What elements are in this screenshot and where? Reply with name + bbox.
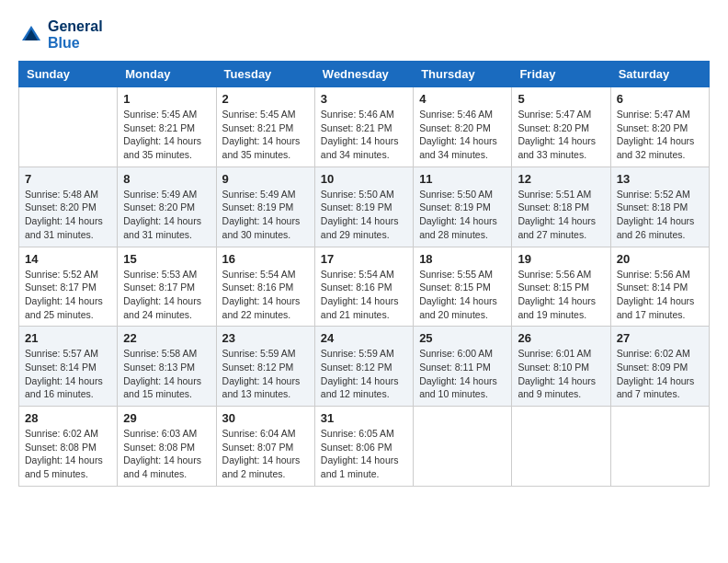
calendar-cell: 28Sunrise: 6:02 AM Sunset: 8:08 PM Dayli…: [19, 407, 118, 487]
weekday-header-thursday: Thursday: [414, 62, 512, 87]
day-number: 16: [222, 252, 309, 266]
day-number: 15: [123, 252, 210, 266]
calendar-cell: [610, 407, 709, 487]
day-number: 14: [25, 252, 111, 266]
day-info: Sunrise: 5:59 AM Sunset: 8:12 PM Dayligh…: [222, 347, 309, 401]
day-number: 1: [123, 92, 210, 106]
calendar-cell: 24Sunrise: 5:59 AM Sunset: 8:12 PM Dayli…: [314, 327, 413, 407]
day-info: Sunrise: 5:59 AM Sunset: 8:12 PM Dayligh…: [321, 347, 407, 401]
calendar-cell: 6Sunrise: 5:47 AM Sunset: 8:20 PM Daylig…: [610, 87, 709, 167]
day-number: 17: [321, 252, 407, 266]
day-number: 23: [222, 331, 309, 345]
day-info: Sunrise: 6:02 AM Sunset: 8:08 PM Dayligh…: [25, 427, 111, 481]
day-info: Sunrise: 5:52 AM Sunset: 8:18 PM Dayligh…: [617, 188, 703, 242]
calendar-cell: 14Sunrise: 5:52 AM Sunset: 8:17 PM Dayli…: [19, 247, 118, 327]
day-number: 10: [321, 172, 407, 186]
day-info: Sunrise: 5:56 AM Sunset: 8:15 PM Dayligh…: [518, 268, 604, 322]
calendar-cell: 7Sunrise: 5:48 AM Sunset: 8:20 PM Daylig…: [19, 167, 118, 247]
day-number: 6: [617, 92, 703, 106]
day-number: 18: [419, 252, 506, 266]
day-info: Sunrise: 5:53 AM Sunset: 8:17 PM Dayligh…: [123, 268, 210, 322]
calendar-cell: 22Sunrise: 5:58 AM Sunset: 8:13 PM Dayli…: [118, 327, 216, 407]
day-info: Sunrise: 6:03 AM Sunset: 8:08 PM Dayligh…: [123, 427, 210, 481]
day-number: 29: [123, 411, 210, 425]
calendar-cell: 11Sunrise: 5:50 AM Sunset: 8:19 PM Dayli…: [414, 167, 512, 247]
day-number: 27: [617, 331, 703, 345]
calendar-cell: 16Sunrise: 5:54 AM Sunset: 8:16 PM Dayli…: [216, 247, 314, 327]
day-info: Sunrise: 5:48 AM Sunset: 8:20 PM Dayligh…: [25, 188, 111, 242]
day-info: Sunrise: 5:50 AM Sunset: 8:19 PM Dayligh…: [321, 188, 407, 242]
day-number: 31: [321, 411, 407, 425]
day-info: Sunrise: 5:46 AM Sunset: 8:20 PM Dayligh…: [419, 108, 506, 162]
day-number: 2: [222, 92, 309, 106]
calendar-week-row: 14Sunrise: 5:52 AM Sunset: 8:17 PM Dayli…: [19, 247, 710, 327]
day-info: Sunrise: 5:49 AM Sunset: 8:20 PM Dayligh…: [123, 188, 210, 242]
day-number: 28: [25, 411, 111, 425]
weekday-header-saturday: Saturday: [610, 62, 709, 87]
day-info: Sunrise: 5:52 AM Sunset: 8:17 PM Dayligh…: [25, 268, 111, 322]
calendar-cell: 4Sunrise: 5:46 AM Sunset: 8:20 PM Daylig…: [414, 87, 512, 167]
day-number: 25: [419, 331, 506, 345]
day-info: Sunrise: 6:04 AM Sunset: 8:07 PM Dayligh…: [222, 427, 309, 481]
day-info: Sunrise: 5:58 AM Sunset: 8:13 PM Dayligh…: [123, 347, 210, 401]
day-info: Sunrise: 5:47 AM Sunset: 8:20 PM Dayligh…: [518, 108, 604, 162]
day-info: Sunrise: 6:05 AM Sunset: 8:06 PM Dayligh…: [321, 427, 407, 481]
day-info: Sunrise: 5:47 AM Sunset: 8:20 PM Dayligh…: [617, 108, 703, 162]
calendar-cell: [19, 87, 118, 167]
calendar-cell: 9Sunrise: 5:49 AM Sunset: 8:19 PM Daylig…: [216, 167, 314, 247]
day-number: 22: [123, 331, 210, 345]
day-number: 13: [617, 172, 703, 186]
calendar-cell: [512, 407, 610, 487]
calendar-cell: 12Sunrise: 5:51 AM Sunset: 8:18 PM Dayli…: [512, 167, 610, 247]
calendar-cell: 1Sunrise: 5:45 AM Sunset: 8:21 PM Daylig…: [118, 87, 216, 167]
calendar-cell: 5Sunrise: 5:47 AM Sunset: 8:20 PM Daylig…: [512, 87, 610, 167]
day-info: Sunrise: 5:55 AM Sunset: 8:15 PM Dayligh…: [419, 268, 506, 322]
calendar-cell: 13Sunrise: 5:52 AM Sunset: 8:18 PM Dayli…: [610, 167, 709, 247]
day-number: 26: [518, 331, 604, 345]
day-info: Sunrise: 6:01 AM Sunset: 8:10 PM Dayligh…: [518, 347, 604, 401]
logo-text: General Blue: [48, 18, 103, 52]
weekday-header-friday: Friday: [512, 62, 610, 87]
day-info: Sunrise: 5:54 AM Sunset: 8:16 PM Dayligh…: [222, 268, 309, 322]
calendar-table: SundayMondayTuesdayWednesdayThursdayFrid…: [18, 61, 710, 487]
day-number: 9: [222, 172, 309, 186]
day-info: Sunrise: 5:46 AM Sunset: 8:21 PM Dayligh…: [321, 108, 407, 162]
day-info: Sunrise: 5:51 AM Sunset: 8:18 PM Dayligh…: [518, 188, 604, 242]
calendar-week-row: 21Sunrise: 5:57 AM Sunset: 8:14 PM Dayli…: [19, 327, 710, 407]
weekday-header-wednesday: Wednesday: [314, 62, 413, 87]
calendar-cell: [414, 407, 512, 487]
day-info: Sunrise: 6:00 AM Sunset: 8:11 PM Dayligh…: [419, 347, 506, 401]
weekday-header-tuesday: Tuesday: [216, 62, 314, 87]
day-number: 4: [419, 92, 506, 106]
day-number: 8: [123, 172, 210, 186]
calendar-cell: 8Sunrise: 5:49 AM Sunset: 8:20 PM Daylig…: [118, 167, 216, 247]
weekday-header-monday: Monday: [118, 62, 216, 87]
day-info: Sunrise: 5:50 AM Sunset: 8:19 PM Dayligh…: [419, 188, 506, 242]
day-number: 24: [321, 331, 407, 345]
calendar-cell: 30Sunrise: 6:04 AM Sunset: 8:07 PM Dayli…: [216, 407, 314, 487]
calendar-week-row: 1Sunrise: 5:45 AM Sunset: 8:21 PM Daylig…: [19, 87, 710, 167]
day-info: Sunrise: 5:56 AM Sunset: 8:14 PM Dayligh…: [617, 268, 703, 322]
calendar-cell: 27Sunrise: 6:02 AM Sunset: 8:09 PM Dayli…: [610, 327, 709, 407]
day-number: 21: [25, 331, 111, 345]
page-header: General Blue: [18, 18, 710, 52]
day-info: Sunrise: 5:45 AM Sunset: 8:21 PM Dayligh…: [123, 108, 210, 162]
day-number: 11: [419, 172, 506, 186]
day-info: Sunrise: 5:57 AM Sunset: 8:14 PM Dayligh…: [25, 347, 111, 401]
day-info: Sunrise: 5:45 AM Sunset: 8:21 PM Dayligh…: [222, 108, 309, 162]
calendar-cell: 29Sunrise: 6:03 AM Sunset: 8:08 PM Dayli…: [118, 407, 216, 487]
day-info: Sunrise: 5:54 AM Sunset: 8:16 PM Dayligh…: [321, 268, 407, 322]
day-number: 5: [518, 92, 604, 106]
calendar-cell: 25Sunrise: 6:00 AM Sunset: 8:11 PM Dayli…: [414, 327, 512, 407]
day-number: 7: [25, 172, 111, 186]
day-number: 30: [222, 411, 309, 425]
calendar-cell: 3Sunrise: 5:46 AM Sunset: 8:21 PM Daylig…: [314, 87, 413, 167]
calendar-header-row: SundayMondayTuesdayWednesdayThursdayFrid…: [19, 62, 710, 87]
calendar-cell: 18Sunrise: 5:55 AM Sunset: 8:15 PM Dayli…: [414, 247, 512, 327]
calendar-cell: 15Sunrise: 5:53 AM Sunset: 8:17 PM Dayli…: [118, 247, 216, 327]
weekday-header-sunday: Sunday: [19, 62, 118, 87]
logo: General Blue: [18, 18, 103, 52]
calendar-week-row: 7Sunrise: 5:48 AM Sunset: 8:20 PM Daylig…: [19, 167, 710, 247]
calendar-cell: 21Sunrise: 5:57 AM Sunset: 8:14 PM Dayli…: [19, 327, 118, 407]
calendar-cell: 10Sunrise: 5:50 AM Sunset: 8:19 PM Dayli…: [314, 167, 413, 247]
